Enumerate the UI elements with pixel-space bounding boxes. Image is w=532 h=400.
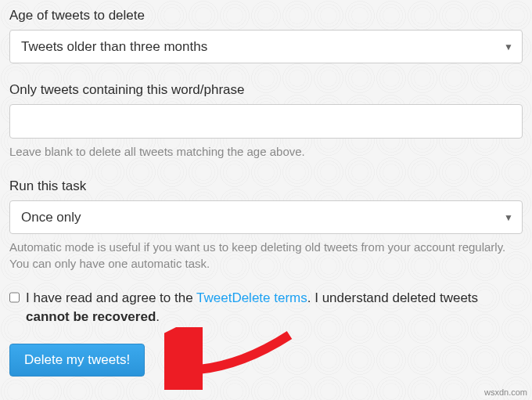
keyword-group: Only tweets containing this word/phrase … — [9, 82, 523, 160]
terms-link[interactable]: TweetDelete terms — [196, 290, 307, 305]
divider — [9, 74, 523, 82]
divider — [9, 171, 523, 178]
age-select-wrap: Tweets older than three months ▼ — [9, 30, 523, 63]
run-group: Run this task Once only ▼ Automatic mode… — [9, 178, 523, 272]
keyword-help: Leave blank to delete all tweets matchin… — [9, 143, 523, 160]
annotation-arrow-icon — [164, 327, 297, 390]
age-group: Age of tweets to delete Tweets older tha… — [9, 8, 523, 63]
keyword-label: Only tweets containing this word/phrase — [9, 82, 523, 98]
run-help: Automatic mode is useful if you want us … — [9, 239, 523, 272]
run-select[interactable]: Once only — [9, 200, 523, 234]
keyword-input[interactable] — [9, 104, 523, 139]
watermark: wsxdn.com — [484, 387, 527, 397]
confirm-middle: . I understand deleted tweets — [307, 290, 478, 305]
age-select[interactable]: Tweets older than three months — [9, 30, 523, 63]
run-label: Run this task — [9, 178, 523, 194]
confirm-suffix: . — [156, 309, 160, 324]
delete-button[interactable]: Delete my tweets! — [9, 344, 145, 377]
confirm-prefix: I have read and agree to the — [26, 290, 196, 305]
confirm-row: I have read and agree to the TweetDelete… — [9, 289, 523, 326]
run-select-wrap: Once only ▼ — [9, 200, 523, 234]
confirm-bold: cannot be recovered — [26, 309, 156, 324]
age-label: Age of tweets to delete — [9, 8, 523, 23]
confirm-label: I have read and agree to the TweetDelete… — [26, 289, 523, 326]
confirm-checkbox[interactable] — [9, 292, 20, 303]
